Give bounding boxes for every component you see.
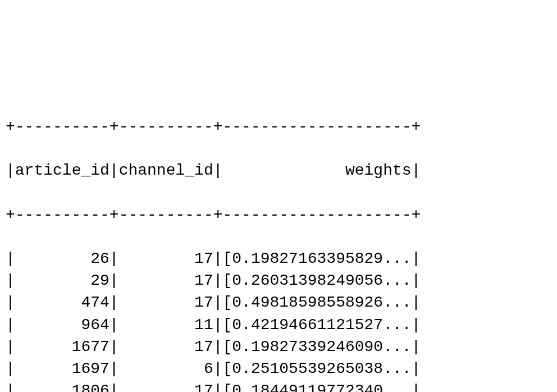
border-top: +----------+----------+-----------------…	[6, 116, 551, 138]
col-header-channel-id: channel_id	[119, 162, 213, 179]
table-row: | 29| 17|[0.26031398249056...|	[6, 270, 551, 291]
table-row: | 1677| 17|[0.19827339246090...|	[6, 336, 551, 358]
cell-weights: [0.26031398249056...	[223, 272, 412, 289]
col-header-weights: weights	[223, 162, 412, 179]
cell-article-id: 29	[15, 272, 109, 289]
cell-weights: [0.19827163395829...	[223, 250, 412, 267]
cell-weights: [0.19827339246090...	[223, 338, 412, 355]
col-header-article-id: article_id	[15, 162, 109, 179]
cell-weights: [0.42194661121527...	[223, 316, 412, 334]
cell-weights: [0.18449119772340...	[223, 382, 412, 392]
table-row: | 474| 17|[0.49818598558926...|	[6, 291, 551, 313]
cell-article-id: 1806	[15, 382, 109, 392]
cell-channel-id: 17	[119, 272, 213, 289]
table-row: | 1806| 17|[0.18449119772340...|	[6, 380, 551, 392]
table-row: | 964| 11|[0.42194661121527...|	[6, 314, 551, 336]
ascii-table: +----------+----------+-----------------…	[6, 94, 551, 392]
cell-article-id: 964	[15, 316, 109, 334]
cell-channel-id: 17	[119, 382, 213, 392]
cell-article-id: 26	[15, 250, 109, 267]
cell-article-id: 474	[15, 294, 109, 311]
cell-channel-id: 17	[119, 294, 213, 311]
cell-channel-id: 6	[119, 360, 213, 377]
border-mid: +----------+----------+-----------------…	[6, 204, 551, 226]
cell-channel-id: 17	[119, 250, 213, 267]
cell-article-id: 1697	[15, 360, 109, 377]
cell-article-id: 1677	[15, 338, 109, 355]
cell-weights: [0.49818598558926...	[223, 294, 412, 311]
cell-channel-id: 11	[119, 316, 213, 334]
table-row: | 26| 17|[0.19827163395829...|	[6, 248, 551, 270]
cell-channel-id: 17	[119, 338, 213, 355]
table-row: | 1697| 6|[0.25105539265038...|	[6, 358, 551, 380]
header-row: |article_id|channel_id| weights|	[6, 159, 551, 181]
cell-weights: [0.25105539265038...	[223, 360, 412, 377]
